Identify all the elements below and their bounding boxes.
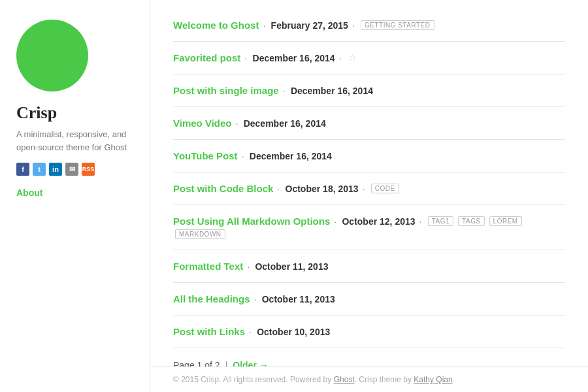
post-date: October 10, 2013 bbox=[257, 327, 330, 337]
about-link[interactable]: About bbox=[16, 188, 42, 198]
post-date: October 12, 2013 bbox=[342, 216, 415, 227]
dot-separator: · bbox=[277, 183, 280, 194]
dot-separator: · bbox=[334, 216, 336, 227]
post-title-link[interactable]: Post Using All Markdown Options bbox=[173, 216, 330, 227]
site-description: A minimalist, responsive, and open-sourc… bbox=[16, 128, 133, 154]
post-title-link[interactable]: All the Headings bbox=[173, 293, 250, 304]
email-icon[interactable]: ✉ bbox=[65, 163, 78, 176]
dot-separator: · bbox=[242, 150, 244, 161]
footer: © 2015 Crisp. All rights reserved. Power… bbox=[150, 367, 588, 392]
tag-badge: TAGS bbox=[458, 216, 484, 226]
post-date: December 16, 2014 bbox=[250, 151, 332, 161]
post-title-link[interactable]: Vimeo Video bbox=[173, 118, 231, 129]
tag-badge: CODE bbox=[371, 184, 399, 193]
tag-badge: TAG1 bbox=[428, 216, 453, 226]
post-title-link[interactable]: Favorited post bbox=[173, 52, 240, 63]
post-title-link[interactable]: Post with Code Block bbox=[173, 183, 273, 194]
list-item: Post Using All Markdown Options · Octobe… bbox=[173, 205, 565, 250]
dot-separator: · bbox=[235, 118, 238, 129]
tag-badge: LOREM bbox=[489, 216, 522, 226]
main-content: Welcome to Ghost · February 27, 2015 · G… bbox=[150, 0, 588, 367]
list-item: YouTube Post · December 16, 2014 bbox=[173, 140, 565, 172]
avatar bbox=[16, 20, 88, 91]
tag-badge: MARKDOWN bbox=[175, 229, 225, 239]
older-link[interactable]: Older → bbox=[233, 360, 268, 367]
ghost-link[interactable]: Ghost bbox=[334, 375, 355, 384]
dot-separator: · bbox=[263, 20, 265, 31]
tag-badge: GETTING STARTED bbox=[361, 20, 434, 30]
rss-icon[interactable]: RSS bbox=[82, 163, 95, 176]
list-item: Post with Code Block · October 18, 2013 … bbox=[173, 172, 565, 205]
footer-end: . bbox=[453, 375, 455, 384]
list-item: Welcome to Ghost · February 27, 2015 · G… bbox=[173, 13, 565, 42]
footer-copy: © 2015 Crisp. All rights reserved. Power… bbox=[173, 375, 334, 384]
list-item: Favorited post · December 16, 2014 · ☆ bbox=[173, 42, 565, 74]
star-icon[interactable]: ☆ bbox=[348, 52, 357, 63]
post-date: February 27, 2015 bbox=[271, 20, 348, 31]
dot-separator: · bbox=[283, 85, 286, 96]
dot-separator: · bbox=[244, 52, 247, 63]
post-title-link[interactable]: Post with Links bbox=[173, 326, 245, 337]
list-item: Post with Links · October 10, 2013 bbox=[173, 316, 565, 348]
post-title-link[interactable]: YouTube Post bbox=[173, 150, 238, 161]
dot-separator: · bbox=[419, 216, 422, 227]
author-link[interactable]: Kathy Qian bbox=[414, 375, 452, 384]
post-date: October 18, 2013 bbox=[286, 184, 359, 194]
pagination-current: Page 1 of 2 bbox=[173, 360, 220, 367]
dot-separator: · bbox=[363, 183, 365, 194]
post-date: October 11, 2013 bbox=[255, 261, 328, 272]
post-date: October 11, 2013 bbox=[262, 294, 335, 304]
dot-separator: · bbox=[339, 52, 342, 63]
post-date: December 16, 2014 bbox=[244, 118, 326, 129]
pagination-divider: | bbox=[225, 360, 228, 367]
list-item: Vimeo Video · December 16, 2014 bbox=[173, 107, 565, 140]
dot-separator: · bbox=[249, 326, 252, 337]
post-date: December 16, 2014 bbox=[253, 53, 335, 63]
social-icons: f t in ✉ RSS bbox=[16, 163, 133, 176]
sidebar-nav: About bbox=[16, 188, 133, 199]
site-title: Crisp bbox=[16, 103, 133, 123]
pagination: Page 1 of 2 | Older → bbox=[173, 348, 565, 367]
dot-separator: · bbox=[247, 261, 250, 272]
list-item: Post with single image · December 16, 20… bbox=[173, 74, 565, 107]
linkedin-icon[interactable]: in bbox=[49, 163, 62, 176]
dot-separator: · bbox=[352, 20, 355, 31]
facebook-icon[interactable]: f bbox=[16, 163, 29, 176]
sidebar: Crisp A minimalist, responsive, and open… bbox=[0, 0, 150, 392]
list-item: Formatted Text · October 11, 2013 bbox=[173, 250, 565, 283]
list-item: All the Headings · October 11, 2013 bbox=[173, 283, 565, 316]
post-list: Welcome to Ghost · February 27, 2015 · G… bbox=[173, 13, 565, 348]
footer-middle: . Crisp theme by bbox=[355, 375, 414, 384]
twitter-icon[interactable]: t bbox=[33, 163, 46, 176]
post-date: December 16, 2014 bbox=[291, 86, 373, 96]
dot-separator: · bbox=[254, 293, 257, 304]
post-title-link[interactable]: Welcome to Ghost bbox=[173, 20, 259, 31]
post-title-link[interactable]: Formatted Text bbox=[173, 261, 243, 272]
post-title-link[interactable]: Post with single image bbox=[173, 85, 279, 96]
